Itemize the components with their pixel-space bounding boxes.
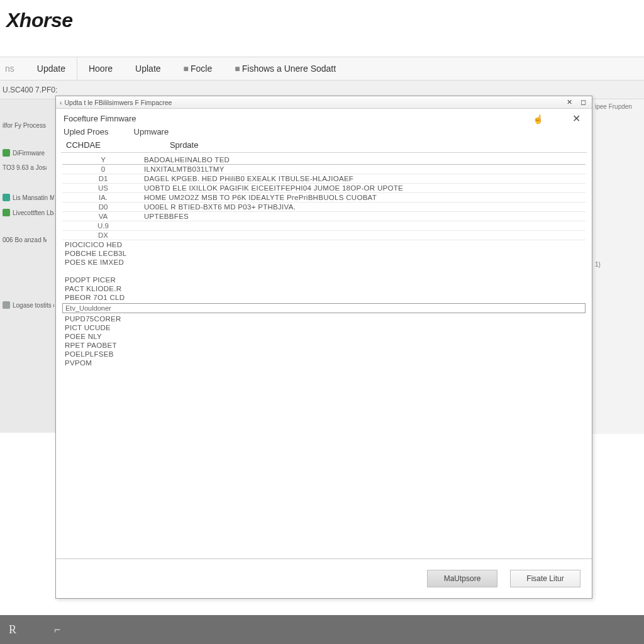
close-icon[interactable]: ✕ xyxy=(572,113,584,125)
list-item[interactable]: POEE NLY xyxy=(62,332,586,341)
sidebar-header: ilfor Fy Process xyxy=(0,118,57,133)
right-strip: ipee Frupden 1) xyxy=(592,101,644,434)
cancel-button[interactable]: Fisate Litur xyxy=(510,570,580,587)
list-item[interactable]: POBCHE LECB3L xyxy=(62,249,586,258)
table-row[interactable]: 0ILNXITALMTB031LTMY xyxy=(62,165,586,174)
list-item[interactable]: PICT UCUDE xyxy=(62,323,586,332)
dialog-subheader: Focefture Fimnware ☝ ✕ xyxy=(56,109,592,125)
list-item[interactable]: PACT KLIODE.R xyxy=(62,284,586,293)
taskbar-glyph-1[interactable]: R xyxy=(9,623,16,636)
list-item[interactable]: PUPD75CORER xyxy=(62,314,586,323)
logo-area: Xhorse xyxy=(0,0,644,57)
bullet-icon xyxy=(3,301,10,309)
right-strip-line2: 1) xyxy=(595,261,641,268)
sidebar: ilfor Fy Process DiFirmware TO3 9.63 a J… xyxy=(0,99,57,433)
dialog-column-headers: CCHDAE Sprdate xyxy=(61,138,587,153)
list-item[interactable]: PBEOR 7O1 CLD xyxy=(62,293,586,302)
table-row[interactable]: D1DAGEL KPGEB. HED PHiliB0 EXEALK ITBULS… xyxy=(62,174,586,184)
dialog-tabs: Upled Proes Upmware xyxy=(56,125,592,138)
menu-item-fishows[interactable]: ■Fishows a Unere Sodatt xyxy=(223,57,347,80)
table-row[interactable]: USUOBTD ELE IXILLOK PAGIFIK EICEEITFEPHI… xyxy=(62,184,586,193)
table-row[interactable]: VAUPTEBBFES xyxy=(62,212,586,221)
subbar-label: U.SC400 7.PF0: xyxy=(3,86,57,94)
list-item[interactable]: POELPLFSEB xyxy=(62,350,586,358)
list-item[interactable]: PDOPT PICER xyxy=(62,275,586,284)
update-button[interactable]: MaUtpsore xyxy=(427,570,497,587)
maximize-icon[interactable]: ◻ xyxy=(578,98,588,107)
table-row[interactable]: DX xyxy=(62,231,586,240)
taskbar[interactable]: R ⌐ xyxy=(0,615,644,644)
col-update: Sprdate xyxy=(170,140,199,150)
dialog-subtitle: Focefture Fimnware xyxy=(64,114,136,123)
update-firmware-dialog: ‹ Updta t le FBililsimwers F Fimpacree ✕… xyxy=(55,96,592,599)
right-strip-line1: ipee Frupden xyxy=(595,103,641,110)
dialog-titlebar[interactable]: ‹ Updta t le FBililsimwers F Fimpacree ✕… xyxy=(56,96,592,109)
table-row[interactable]: IA.HOME UM2O2Z MSB TO P6K IDEALYTE PrePr… xyxy=(62,193,586,203)
bullet-icon xyxy=(3,209,10,216)
back-icon[interactable]: ‹ xyxy=(60,99,62,106)
sidebar-item-1[interactable]: TO3 9.63 a Josantban xyxy=(0,160,57,175)
dialog-footer: MaUtpsore Fisate Litur xyxy=(56,559,592,598)
brand-logo-x: Xhorse xyxy=(6,9,72,31)
menu-item-focle[interactable]: ■Focle xyxy=(172,57,224,80)
table-row[interactable]: U.9 xyxy=(62,221,586,231)
sidebar-item-2[interactable]: Lis Mansatin Miti xyxy=(0,190,57,205)
menu-item-fishows-label: Fishows a Unere Sodatt xyxy=(242,64,336,74)
sidebar-item-5[interactable]: Logase tostits on xyxy=(0,297,57,313)
col-code: CCHDAE xyxy=(66,140,101,150)
selected-list-item[interactable]: Etv_Uouldoner xyxy=(62,303,586,313)
main-menubar: ns Update Hoore Uplate ■Focle ■Fishows a… xyxy=(0,57,644,80)
menu-item-hoore[interactable]: Hoore xyxy=(77,57,124,80)
list-item[interactable]: PIOCICICO HED xyxy=(62,240,586,249)
sidebar-item-3[interactable]: Livecottften Lbatl xyxy=(0,205,57,220)
cursor-icon: ☝ xyxy=(533,114,543,124)
list-item[interactable]: RPET PAOBET xyxy=(62,341,586,350)
tab-upload-process[interactable]: Upled Proes xyxy=(64,127,109,136)
menu-item-uplate[interactable]: Uplate xyxy=(124,57,172,80)
tab-firmware[interactable]: Upmware xyxy=(134,127,169,136)
bullet-icon xyxy=(3,194,10,201)
taskbar-glyph-2[interactable]: ⌐ xyxy=(54,623,60,636)
minimize-icon[interactable]: ✕ xyxy=(564,98,574,107)
sidebar-item-firmware[interactable]: DiFirmware xyxy=(0,145,57,160)
dialog-body: YBADOALHEINALBO TED 0ILNXITALMTB031LTMY … xyxy=(56,153,592,555)
brand-logo: Xhorse xyxy=(6,9,72,31)
bullet-icon xyxy=(3,149,10,157)
dialog-title-text: Updta t le FBililsimwers F Fimpacree xyxy=(65,99,172,106)
menu-item-ns[interactable]: ns xyxy=(0,57,26,80)
table-row[interactable]: D0UO0EL R BTIED-BXT6 MD P03+ PTHBJIVA. xyxy=(62,203,586,212)
sidebar-item-4[interactable]: 006 Bo anzad Misl xyxy=(0,233,57,247)
list-item[interactable]: PVPOM xyxy=(62,358,586,367)
list-item[interactable]: POES KE IMXED xyxy=(62,258,586,267)
menu-item-focle-label: Focle xyxy=(191,64,212,74)
table-row[interactable]: YBADOALHEINALBO TED xyxy=(62,155,586,165)
menu-item-update[interactable]: Update xyxy=(26,57,77,80)
